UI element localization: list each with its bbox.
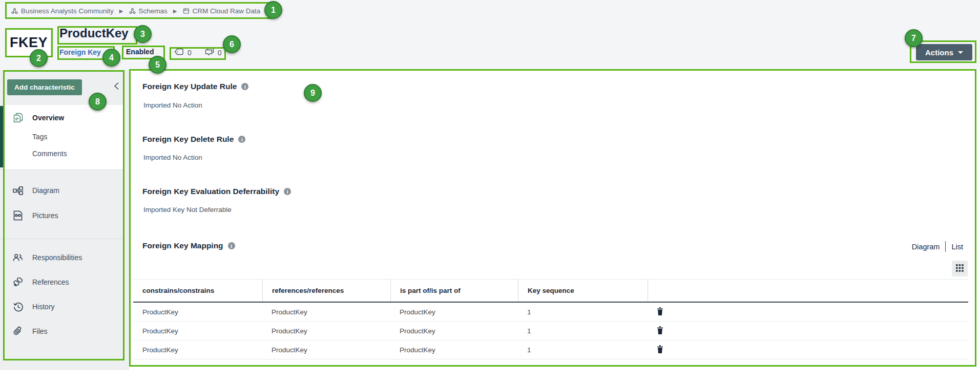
section-title-delete-rule: Foreign Key Delete Rule bbox=[142, 135, 245, 144]
cell-references: ProductKey bbox=[262, 327, 390, 335]
column-settings-button[interactable] bbox=[952, 261, 968, 276]
table-header-row: constrains/constrains references/referen… bbox=[133, 279, 968, 303]
view-option-list[interactable]: List bbox=[946, 243, 969, 251]
breadcrumb-item-community[interactable]: Business Analysts Community bbox=[11, 7, 114, 15]
breadcrumb-separator-icon bbox=[119, 8, 123, 14]
foreign-key-mapping-table: constrains/constrains references/referen… bbox=[133, 279, 968, 359]
breadcrumb-label: Schemas bbox=[139, 7, 168, 15]
link-icon bbox=[13, 278, 23, 287]
sidebar-item-label: References bbox=[32, 278, 69, 286]
delete-row-button[interactable] bbox=[657, 326, 663, 336]
picture-document-icon bbox=[13, 210, 23, 221]
page: Business Analysts Community Schemas CRM … bbox=[0, 0, 980, 384]
cell-key-sequence: 1 bbox=[518, 308, 648, 316]
collapse-sidebar-button[interactable] bbox=[111, 81, 122, 92]
sidebar-item-label: Pictures bbox=[32, 211, 58, 220]
sidebar-item-overview[interactable]: Overview bbox=[0, 109, 124, 127]
page-title: ProductKey bbox=[59, 26, 129, 40]
trash-icon bbox=[657, 326, 663, 336]
comments-icon bbox=[205, 48, 214, 57]
paperclip-icon bbox=[13, 326, 23, 336]
section-title-text: Foreign Key Evaluation Deferrability bbox=[142, 187, 279, 196]
tags-count[interactable]: 0 bbox=[174, 48, 192, 57]
section-value: Imported No Action bbox=[143, 101, 202, 109]
actions-button[interactable]: Actions bbox=[916, 44, 972, 60]
sidebar-item-comments[interactable]: Comments bbox=[0, 144, 124, 163]
column-header[interactable]: references/references bbox=[262, 280, 390, 302]
column-header[interactable]: constrains/constrains bbox=[133, 280, 262, 302]
community-icon bbox=[11, 8, 18, 14]
section-title-update-rule: Foreign Key Update Rule bbox=[142, 82, 248, 91]
breadcrumb-item-crm-cloud-raw-data[interactable]: CRM Cloud Raw Data bbox=[183, 7, 261, 15]
section-title-text: Foreign Key Update Rule bbox=[142, 82, 237, 91]
sidebar-item-label: Overview bbox=[32, 114, 64, 122]
table-row[interactable]: ProductKey ProductKey ProductKey 1 bbox=[133, 322, 968, 340]
sidebar-item-files[interactable]: Files bbox=[0, 322, 124, 340]
header-band: Business Analysts Community Schemas CRM … bbox=[0, 0, 980, 70]
column-header[interactable]: is part of/is part of bbox=[390, 280, 518, 302]
actions-button-label: Actions bbox=[925, 48, 953, 57]
breadcrumb-label: CRM Cloud Raw Data bbox=[193, 7, 261, 15]
sidebar-item-label: Tags bbox=[32, 133, 48, 141]
section-title-mapping: Foreign Key Mapping bbox=[142, 241, 235, 250]
asset-type-badge-text: FKEY bbox=[10, 35, 48, 51]
cell-constrains: ProductKey bbox=[133, 346, 262, 354]
community-icon bbox=[129, 8, 136, 14]
add-characteristic-button[interactable]: Add characteristic bbox=[7, 79, 82, 95]
section-value: Imported No Action bbox=[143, 154, 202, 161]
sidebar-item-tags[interactable]: Tags bbox=[0, 127, 124, 146]
asset-type-link[interactable]: Foreign Key bbox=[59, 48, 101, 56]
info-icon[interactable] bbox=[228, 242, 235, 249]
tag-icon bbox=[174, 48, 184, 57]
status-badge: Enabled bbox=[126, 48, 154, 56]
sidebar-divider bbox=[0, 169, 124, 170]
sidebar-item-history[interactable]: History bbox=[0, 297, 124, 316]
sidebar-item-responsibilities[interactable]: Responsibilities bbox=[0, 248, 124, 267]
document-pages-icon bbox=[13, 113, 23, 123]
org-chart-icon bbox=[13, 186, 23, 195]
table-row[interactable]: ProductKey ProductKey ProductKey 1 bbox=[133, 303, 968, 322]
section-title-text: Foreign Key Delete Rule bbox=[142, 135, 234, 144]
cell-is-part-of: ProductKey bbox=[390, 308, 518, 316]
breadcrumb-item-schemas[interactable]: Schemas bbox=[129, 7, 168, 15]
cell-constrains: ProductKey bbox=[133, 327, 262, 335]
sidebar-divider bbox=[0, 239, 124, 239]
column-header[interactable]: Key sequence bbox=[518, 280, 648, 302]
delete-row-button[interactable] bbox=[657, 307, 663, 317]
cell-key-sequence: 1 bbox=[518, 346, 648, 354]
main-content: Foreign Key Update Rule Imported No Acti… bbox=[129, 70, 980, 370]
sidebar-item-references[interactable]: References bbox=[0, 273, 124, 291]
column-header-empty bbox=[648, 280, 968, 302]
breadcrumb-label: Business Analysts Community bbox=[21, 7, 114, 15]
view-option-diagram[interactable]: Diagram bbox=[906, 243, 946, 251]
history-clock-icon bbox=[13, 302, 23, 312]
meta-counts: 0 0 bbox=[174, 48, 222, 57]
cell-is-part-of: ProductKey bbox=[390, 346, 518, 354]
tag-count-value: 0 bbox=[187, 49, 192, 57]
cell-constrains: ProductKey bbox=[133, 308, 262, 316]
cell-is-part-of: ProductKey bbox=[390, 327, 518, 335]
comment-count-value: 0 bbox=[218, 49, 222, 57]
sidebar-item-label: Files bbox=[32, 327, 48, 335]
breadcrumb-separator-icon bbox=[173, 8, 177, 14]
sidebar-item-label: Comments bbox=[32, 150, 67, 158]
info-icon[interactable] bbox=[284, 188, 291, 195]
cell-references: ProductKey bbox=[262, 308, 390, 316]
section-title-deferrability: Foreign Key Evaluation Deferrability bbox=[142, 187, 291, 196]
sidebar-item-label: Diagram bbox=[32, 186, 59, 195]
sidebar-item-diagram[interactable]: Diagram bbox=[0, 181, 124, 200]
info-icon[interactable] bbox=[241, 83, 248, 90]
table-row[interactable]: ProductKey ProductKey ProductKey 1 bbox=[133, 340, 968, 359]
people-icon bbox=[13, 253, 23, 262]
sidebar-item-pictures[interactable]: Pictures bbox=[0, 206, 124, 225]
sidebar: Add characteristic Overview Tags Comment… bbox=[0, 70, 129, 370]
comments-count[interactable]: 0 bbox=[205, 48, 222, 57]
sidebar-item-label: Responsibilities bbox=[32, 253, 82, 262]
table-asset-icon bbox=[183, 8, 190, 14]
delete-row-button[interactable] bbox=[657, 345, 663, 355]
cell-key-sequence: 1 bbox=[518, 327, 648, 335]
breadcrumb: Business Analysts Community Schemas CRM … bbox=[11, 5, 260, 16]
info-icon[interactable] bbox=[238, 136, 245, 143]
chevron-down-icon bbox=[958, 51, 963, 54]
section-title-text: Foreign Key Mapping bbox=[142, 241, 223, 250]
